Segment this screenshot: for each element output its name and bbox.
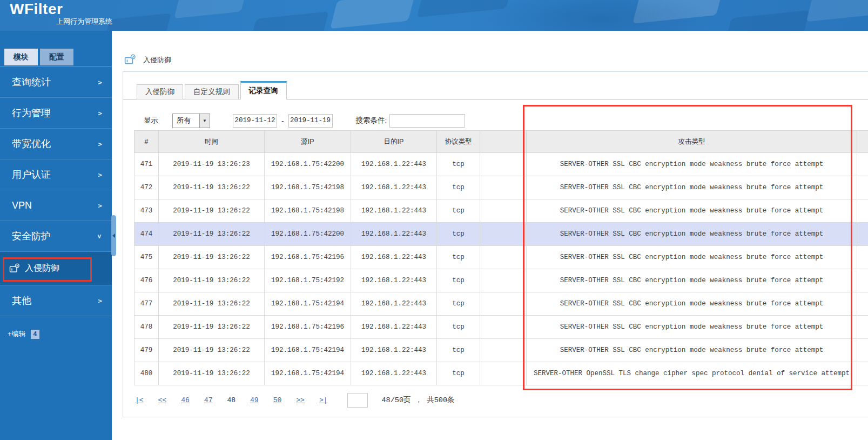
sidebar-edit-link[interactable]: +编辑 4 — [0, 329, 112, 339]
sidebar-item-other[interactable]: 其他 > — [0, 285, 112, 316]
table-row[interactable]: 475 2019-11-19 13:26:22 192.168.1.75:421… — [134, 246, 868, 269]
pagination-last[interactable]: >| — [319, 396, 328, 404]
column-header-index: # — [134, 131, 159, 153]
cell-index: 480 — [134, 362, 159, 385]
cell-dest-ip: 192.168.1.22:443 — [351, 223, 437, 246]
sidebar-item-behavior-mgmt[interactable]: 行为管理 > — [0, 98, 112, 129]
table-row[interactable]: 477 2019-11-19 13:26:22 192.168.1.75:421… — [134, 292, 868, 316]
cell-attack-type: SERVER-OTHER SSL CBC encryption mode wea… — [527, 339, 857, 362]
cell-source-ip: 192.168.1.75:42198 — [265, 199, 351, 223]
cell-protocol: tcp — [437, 153, 480, 176]
cell-empty — [480, 176, 527, 199]
cell-attack-type: SERVER-OTHER SSL CBC encryption mode wea… — [527, 199, 857, 223]
pagination: |< << 46 47 48 49 50 >> >| 48/50页 ， 共500… — [135, 392, 455, 408]
cell-empty — [857, 292, 868, 316]
cell-dest-ip: 192.168.1.22:443 — [351, 316, 437, 339]
tab-record-query[interactable]: 记录查询 — [240, 81, 287, 99]
cell-time: 2019-11-19 13:26:22 — [159, 316, 265, 339]
table-row[interactable]: 478 2019-11-19 13:26:22 192.168.1.75:421… — [134, 316, 868, 339]
cell-attack-type: SERVER-OTHER SSL CBC encryption mode wea… — [527, 292, 857, 316]
pagination-page-47[interactable]: 47 — [204, 396, 213, 404]
column-header-protocol: 协议类型 — [437, 131, 480, 153]
table-row[interactable]: 471 2019-11-19 13:26:23 192.168.1.75:422… — [134, 153, 868, 176]
cell-source-ip: 192.168.1.75:42196 — [265, 316, 351, 339]
cell-source-ip: 192.168.1.75:42200 — [265, 153, 351, 176]
left-arrow-icon — [112, 234, 115, 238]
cell-source-ip: 192.168.1.75:42194 — [265, 339, 351, 362]
cell-protocol: tcp — [437, 223, 480, 246]
cell-attack-type: SERVER-OTHER SSL CBC encryption mode wea… — [527, 223, 857, 246]
tab-intrusion-prevention[interactable]: 入侵防御 — [137, 84, 183, 99]
tab-custom-rules[interactable]: 自定义规则 — [185, 84, 239, 99]
sidebar-item-intrusion-prevention[interactable]: 入侵防御 — [0, 252, 112, 285]
sidebar-item-security[interactable]: 安全防护 > — [0, 221, 112, 252]
chevron-right-icon: > — [98, 202, 102, 210]
sidebar-item-label: 用户认证 — [12, 168, 51, 181]
cell-empty — [480, 292, 527, 316]
cell-source-ip: 192.168.1.75:42192 — [265, 269, 351, 292]
cell-empty — [480, 362, 527, 385]
cell-protocol: tcp — [437, 246, 480, 269]
pagination-prev[interactable]: << — [158, 396, 167, 404]
cell-protocol: tcp — [437, 269, 480, 292]
cell-dest-ip: 192.168.1.22:443 — [351, 199, 437, 223]
cell-protocol: tcp — [437, 176, 480, 199]
cell-empty — [480, 199, 527, 223]
pagination-page-49[interactable]: 49 — [250, 396, 259, 404]
cell-dest-ip: 192.168.1.22:443 — [351, 292, 437, 316]
cell-empty — [480, 223, 527, 246]
cell-time: 2019-11-19 13:26:22 — [159, 199, 265, 223]
sidebar-tab-modules[interactable]: 模块 — [4, 49, 38, 65]
cell-index: 472 — [134, 176, 159, 199]
cell-protocol: tcp — [437, 362, 480, 385]
cell-protocol: tcp — [437, 199, 480, 223]
stamp-check-icon — [9, 263, 20, 274]
cell-attack-type: SERVER-OTHER SSL CBC encryption mode wea… — [527, 176, 857, 199]
edit-count-badge: 4 — [31, 330, 40, 339]
date-from-input[interactable] — [233, 114, 277, 128]
column-header-source-ip: 源IP — [265, 131, 351, 153]
table-row[interactable]: 479 2019-11-19 13:26:22 192.168.1.75:421… — [134, 339, 868, 362]
cell-empty — [857, 269, 868, 292]
date-to-input[interactable] — [288, 114, 333, 128]
cell-source-ip: 192.168.1.75:42198 — [265, 176, 351, 199]
sidebar-item-bandwidth-opt[interactable]: 带宽优化 > — [0, 129, 112, 159]
cell-attack-type: SERVER-OTHER SSL CBC encryption mode wea… — [527, 316, 857, 339]
sidebar-item-label: 查询统计 — [12, 76, 51, 89]
sidebar-tab-config[interactable]: 配置 — [40, 49, 73, 65]
pagination-next[interactable]: >> — [296, 396, 305, 404]
sidebar-item-query-stats[interactable]: 查询统计 > — [0, 67, 112, 98]
pagination-page-input[interactable] — [347, 393, 368, 408]
cell-empty — [857, 339, 868, 362]
cell-index: 471 — [134, 153, 159, 176]
cell-source-ip: 192.168.1.75:42194 — [265, 292, 351, 316]
cell-time: 2019-11-19 13:26:22 — [159, 292, 265, 316]
sidebar-collapse-handle[interactable] — [111, 215, 116, 256]
pagination-first[interactable]: |< — [135, 396, 144, 404]
table-row[interactable]: 480 2019-11-19 13:26:22 192.168.1.75:421… — [134, 362, 868, 385]
sidebar-item-user-auth[interactable]: 用户认证 > — [0, 159, 112, 190]
app-logo: WFilter — [10, 1, 63, 18]
pagination-page-50[interactable]: 50 — [273, 396, 282, 404]
column-header-dest-ip: 目的IP — [351, 131, 437, 153]
table-row[interactable]: 473 2019-11-19 13:26:22 192.168.1.75:421… — [134, 199, 868, 223]
search-label: 搜索条件: — [356, 116, 387, 125]
display-select[interactable]: 所有 ▼ — [172, 114, 210, 128]
cell-empty — [857, 316, 868, 339]
table-row[interactable]: 472 2019-11-19 13:26:22 192.168.1.75:421… — [134, 176, 868, 199]
pagination-page-46[interactable]: 46 — [181, 396, 190, 404]
content-panel: 入侵防御 自定义规则 记录查询 显示 所有 ▼ - 搜索条件: — [123, 71, 868, 417]
cell-empty — [480, 316, 527, 339]
sidebar-item-vpn[interactable]: VPN > — [0, 190, 112, 221]
search-input[interactable] — [389, 114, 465, 128]
dropdown-arrow-icon[interactable]: ▼ — [199, 114, 210, 128]
breadcrumb: 入侵防御 — [124, 54, 171, 66]
cell-protocol: tcp — [437, 292, 480, 316]
table-row[interactable]: 476 2019-11-19 13:26:22 192.168.1.75:421… — [134, 269, 868, 292]
sidebar-subitem-label: 入侵防御 — [25, 263, 59, 274]
table-row-selected[interactable]: 474 2019-11-19 13:26:22 192.168.1.75:422… — [134, 223, 868, 246]
display-select-value: 所有 — [173, 116, 199, 125]
page-title: 入侵防御 — [143, 55, 171, 65]
table-header-row: # 时间 源IP 目的IP 协议类型 攻击类型 — [134, 131, 868, 153]
sidebar-tabs: 模块 配置 — [4, 49, 73, 65]
